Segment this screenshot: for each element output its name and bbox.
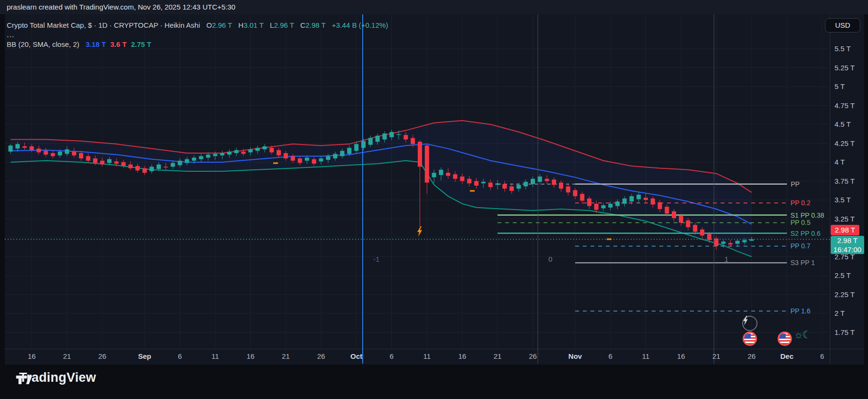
time-axis-label: 6 bbox=[178, 352, 182, 360]
tradingview-chart-page: { "header": { "attribution": "praslearn … bbox=[0, 0, 868, 399]
time-axis-label: 26 bbox=[529, 352, 537, 360]
pivot-label: PP 0.7 bbox=[790, 242, 811, 250]
vertical-line-label: 1 bbox=[724, 255, 728, 263]
sun-moon-icon: ☼☾ bbox=[794, 329, 810, 341]
price-axis-label: 1.75 T bbox=[835, 328, 855, 336]
bb-value: 2.75 T bbox=[131, 40, 152, 48]
price-chart-canvas[interactable] bbox=[0, 0, 868, 399]
bb-value: 3.18 T bbox=[86, 40, 106, 48]
pivot-label: S3 PP 1 bbox=[790, 259, 815, 266]
collapsed-indicator-row[interactable]: ... bbox=[7, 31, 14, 39]
pivot-label: PP 0.5 bbox=[790, 219, 811, 226]
price-axis-label: 4.5 T bbox=[835, 120, 851, 128]
price-axis-label: 2.75 T bbox=[835, 253, 855, 261]
pivot-label: PP 1.6 bbox=[790, 307, 811, 315]
price-axis-label: 2.25 T bbox=[835, 290, 855, 299]
time-axis-label: 26 bbox=[317, 352, 325, 360]
time-axis-label: 16 bbox=[677, 352, 685, 360]
price-axis-label: 4.25 T bbox=[835, 139, 855, 147]
symbol-title[interactable]: Crypto Total Market Cap, $ · 1D · CRYPTO… bbox=[7, 21, 200, 29]
time-axis-label: 21 bbox=[493, 352, 501, 360]
us-flag-event-icon[interactable] bbox=[743, 332, 757, 346]
time-axis-label: 16 bbox=[458, 352, 467, 360]
ohlc-high-key: H3.01 T bbox=[238, 21, 264, 29]
change-value: +3.44 B (+0.12%) bbox=[332, 21, 389, 29]
tradingview-logo-icon bbox=[14, 370, 33, 389]
time-axis-label: 26 bbox=[98, 352, 106, 360]
time-axis-label: Sep bbox=[138, 352, 151, 360]
lightning-event-icon[interactable] bbox=[742, 316, 757, 331]
price-axis-label: 5.25 T bbox=[835, 64, 855, 72]
price-axis-label: 4 T bbox=[835, 158, 845, 166]
symbol-legend[interactable]: Crypto Total Market Cap, $ · 1D · CRYPTO… bbox=[7, 21, 388, 29]
ohlc-low-key: L2.96 T bbox=[270, 21, 294, 29]
badge-price: 2.98 T bbox=[831, 236, 864, 245]
ohlc-close-key: C2.98 T bbox=[300, 21, 326, 29]
price-axis-label: 5.5 T bbox=[835, 44, 851, 53]
bb-indicator-legend[interactable]: BB (20, SMA, close, 2) 3.18 T3.6 T2.75 T bbox=[7, 40, 151, 48]
us-flag-event-icon[interactable] bbox=[778, 332, 792, 346]
vertical-line-label: 0 bbox=[548, 255, 552, 263]
bb-indicator-title[interactable]: BB (20, SMA, close, 2) bbox=[7, 40, 79, 48]
pivot-label: PP bbox=[791, 180, 800, 188]
time-axis-label: 6 bbox=[820, 352, 824, 360]
price-axis-label: 5 T bbox=[835, 82, 845, 90]
time-axis-label: 11 bbox=[642, 352, 650, 360]
pivot-label: S2 PP 0.6 bbox=[790, 230, 821, 237]
price-axis-label: 2 T bbox=[835, 309, 845, 317]
time-axis-label: 21 bbox=[282, 352, 290, 360]
price-axis-label: 3.75 T bbox=[835, 177, 855, 185]
time-axis-label: 11 bbox=[211, 352, 219, 360]
currency-toggle-button[interactable]: USD bbox=[825, 18, 860, 33]
time-axis-label: Nov bbox=[568, 352, 582, 360]
time-axis-label: 16 bbox=[246, 352, 255, 360]
pivot-label: PP 0.2 bbox=[790, 199, 811, 207]
pivot-label: S1 PP 0.38 bbox=[790, 211, 824, 219]
price-axis-label: 4.75 T bbox=[835, 101, 855, 110]
time-axis-label: 6 bbox=[389, 352, 393, 360]
bb-indicator-values: 3.18 T3.6 T2.75 T bbox=[81, 40, 151, 48]
price-axis-label: 3.25 T bbox=[835, 215, 855, 223]
vertical-line-label: -1 bbox=[373, 255, 379, 263]
last-price-countdown-badge: 2.98 T 16:47:00 bbox=[831, 236, 864, 254]
time-axis-label: Dec bbox=[780, 352, 794, 360]
time-axis-label: Oct bbox=[350, 352, 362, 360]
time-axis-label: 11 bbox=[423, 352, 431, 360]
time-axis-label: 6 bbox=[609, 352, 612, 360]
tradingview-logo[interactable]: TradingView bbox=[14, 370, 96, 385]
time-axis-label: 26 bbox=[747, 352, 756, 360]
time-axis-label: 16 bbox=[28, 352, 36, 360]
ohlc-open-key: O2.96 T bbox=[206, 21, 232, 29]
price-axis-label: 2.5 T bbox=[835, 271, 851, 279]
last-price-badge-red: 2.98 T bbox=[831, 225, 859, 235]
price-axis-label: 3.5 T bbox=[835, 196, 851, 204]
bb-value: 3.6 T bbox=[110, 40, 126, 48]
time-axis-label: 21 bbox=[63, 352, 71, 360]
time-axis-label: 21 bbox=[712, 352, 721, 360]
